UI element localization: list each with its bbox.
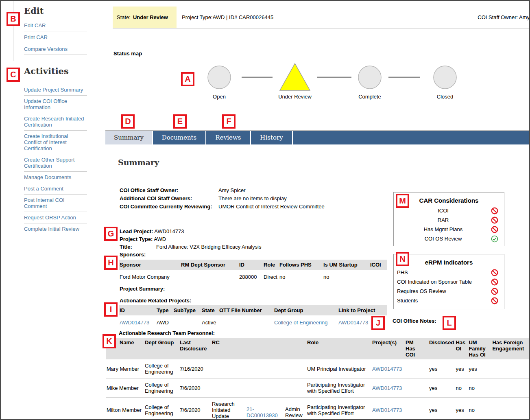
project-link[interactable]: AWD014773 [120,319,149,326]
table-cell: AWD014773 [119,315,156,326]
annotation-badge-g: G [104,227,118,241]
sidebar-link[interactable]: Create Other Support Certification [24,154,87,171]
cell-text: 7/6/2020 [180,407,201,413]
table-cell [491,398,529,420]
table-cell [491,378,529,398]
indicator-row: Has Mgmt Plans [394,225,504,234]
sponsors-label: Sponsors: [120,251,261,258]
table-cell: 7/6/2020 [179,378,211,398]
cell-text: Mary Member [107,366,139,372]
status-stage-label: Open [191,94,248,100]
tab-history[interactable]: History [251,131,293,144]
tab-documents[interactable]: Documents [153,131,206,144]
indicator-label: Has Mgmt Plans [397,226,489,232]
info-value: There are no items to display [218,195,287,201]
project-type-label: Project Type: [120,236,153,242]
cell-text: no [469,407,474,413]
table-cell: no [323,270,369,281]
project-link[interactable]: AWD014773 [372,385,402,391]
column-header: Last Disclosure [179,338,211,359]
project-id-text: Project Type:AWD | ID# CAR00026445 [182,14,273,20]
table-row: Ford Motor Company288000Directnono [119,270,387,281]
table-cell: College of Engineering [273,315,338,326]
cell-text: yes [429,385,437,391]
cell-text: Milton Member [107,407,142,413]
table-cell [180,270,238,281]
annotation-badge-e: E [173,114,187,129]
project-link[interactable]: AWD014773 [372,366,402,372]
cell-text: yes [429,407,437,413]
cell-text: no [469,385,474,391]
no-entry-icon [489,207,498,214]
cell-text: College of Engineering [145,404,173,416]
check-circle-icon [489,235,498,243]
sidebar-link[interactable]: Manage Documents [24,171,87,183]
title-row: Title:Ford Alliance: V2X Bridging Effica… [120,243,261,251]
erpm-indicators-rows: PHSCOI Indicated on Sponsor TableRequire… [394,268,504,305]
table-cell: 7/16/2020 [179,359,211,378]
sidebar-link[interactable]: Update Project Summary [24,84,87,95]
tab-reviews[interactable]: Reviews [206,131,251,144]
summary-info-row: COI Committee Currently Reviewing:UMOR C… [120,203,325,212]
cell-text: 7/16/2020 [180,366,203,372]
status-stage-label: Under Review [266,94,323,100]
column-header: Dept Group [144,338,179,359]
table-cell: Milton Member [106,398,144,420]
coi-office-info: COI Office Staff Owner:Amy SpicerAdditio… [120,187,325,212]
indicator-row: COI Indicated on Sponsor Table [394,277,504,287]
title-value: Ford Alliance: V2X Bridging Efficacy Ana… [156,244,261,250]
table-cell: Mike Member [106,378,144,398]
certification-link[interactable]: 21-DC00013930 [246,406,281,418]
sidebar-link[interactable]: Post a Comment [24,183,87,194]
cell-text: no [279,274,285,280]
table-cell [173,315,201,326]
edit-links-list: Edit CARPrint CARCompare Versions [24,20,87,55]
sidebar-link[interactable]: Print CAR [24,31,87,43]
annotation-badge-h: H [104,256,118,270]
table-cell: no [468,378,491,398]
title-label: Title: [120,243,156,251]
cell-text: UM Principal Investigator [307,366,366,372]
column-header: Dept Group [273,305,338,315]
personnel-table: NameDept GroupLast DisclosureRCRoleProje… [106,338,529,420]
table-cell [211,378,306,398]
project-link[interactable]: College of Engineering [274,319,328,326]
table-cell: Direct [263,270,279,281]
sidebar-link[interactable]: Create Research Initiated Certification [24,113,87,130]
table-cell: Active [201,315,218,326]
indicator-label: PHS [397,269,489,276]
status-stage-label: Closed [417,94,473,100]
sidebar-link[interactable]: Complete Initial Review [24,223,87,234]
info-value: UMOR Conflict of Interest Review Committ… [218,203,325,210]
table-cell: AWD014773 [371,359,405,378]
column-header: Has Foreign Engagement [491,338,529,359]
column-header: UM Family Has OI [468,338,491,359]
cell-text: no [456,385,461,391]
sidebar-link[interactable]: Update COI Office Information [24,95,87,113]
column-header: OTT File Number [218,305,273,315]
project-link[interactable]: AWD014773 [372,407,402,413]
table-cell: Participating Investigator with Specifie… [306,378,371,398]
sidebar-link[interactable]: Edit CAR [24,20,87,31]
status-node-complete [358,66,381,89]
cell-text: Ford Motor Company [120,274,170,280]
column-header: ID [238,260,263,270]
sidebar-link[interactable]: Request ORSP Action [24,212,87,223]
cell-text: 7/6/2020 [180,385,201,391]
cell-text: Mike Member [107,385,139,391]
indicator-label: COI Indicated on Sponsor Table [397,279,489,285]
cell-text: Direct [264,274,277,280]
info-label: COI Office Staff Owner: [120,187,218,193]
indicator-label: COI OS Review [397,236,489,242]
column-header: SubType [173,305,201,315]
sidebar-link[interactable]: Create Institutional Conflict of Interes… [24,130,87,154]
project-link[interactable]: AWD014773 [338,319,368,326]
sidebar-link[interactable]: Compare Versions [24,43,87,55]
sidebar-link[interactable]: Post Internal COI Comment [24,194,87,212]
table-cell: yes [428,378,455,398]
state-value: Under Review [133,14,168,20]
column-header: RM Dept Sponsor [180,260,238,270]
table-row: Mary MemberCollege of Engineering7/16/20… [106,359,529,378]
cell-text: College of Engineering [145,363,173,375]
tab-summary[interactable]: Summary [105,131,153,144]
